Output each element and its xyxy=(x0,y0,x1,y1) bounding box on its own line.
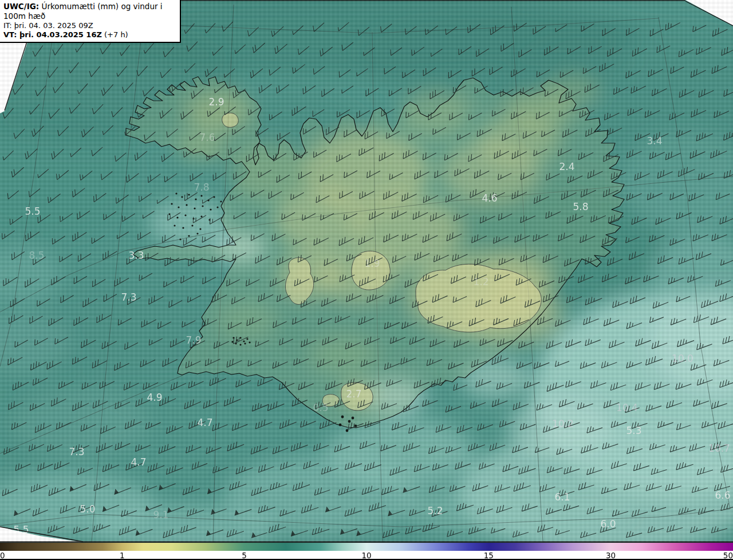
breidafjordur-speck xyxy=(191,224,193,226)
title-line-model: UWC/IG: Úrkomumætti (mm) og vindur i 100… xyxy=(3,2,176,21)
breidafjordur-speck xyxy=(179,238,181,240)
map-title-box: UWC/IG: Úrkomumætti (mm) og vindur i 100… xyxy=(0,0,181,43)
reykjavik-speck xyxy=(244,342,246,344)
precip-value-label: 6.6 xyxy=(715,490,730,501)
precip-value-label: 5.5 xyxy=(25,206,40,217)
precip-value-label: 2.9 xyxy=(208,96,224,108)
precip-value-label: 10.7 xyxy=(708,443,730,454)
breidafjordur-speck xyxy=(186,204,187,206)
reykjavik-speck xyxy=(239,337,241,338)
model-id: UWC/IG: xyxy=(3,2,39,11)
breidafjordur-speck xyxy=(182,227,184,228)
breidafjordur-speck xyxy=(196,232,198,234)
title-line-valid-time: VT: þri. 04.03.2025 16Z (+7 h) xyxy=(3,30,176,40)
reykjavik-speck xyxy=(246,338,248,340)
vestmannaeyjar-speck xyxy=(341,416,344,419)
title-line-init-time: IT: þri. 04. 03. 2025 09Z xyxy=(3,21,176,30)
vestmannaeyjar-speck xyxy=(339,424,342,427)
breidafjordur-speck xyxy=(200,215,202,217)
precip-value-label: 7.6 xyxy=(199,132,215,143)
precip-blob xyxy=(149,198,229,249)
breidafjordur-speck xyxy=(178,206,179,208)
glacier-outline xyxy=(352,251,390,290)
precip-value-label: 4.7 xyxy=(197,417,212,428)
colorbar-tick-labels: 01510153050 xyxy=(0,551,733,559)
breidafjordur-speck xyxy=(195,198,196,200)
precip-value-label: 3.3 xyxy=(128,250,144,261)
map-canvas: 2.97.67.83.42.44.65.85.58.53.31.91.27.37… xyxy=(0,0,733,542)
breidafjordur-speck xyxy=(210,208,211,210)
precip-value-label: 5.2 xyxy=(427,505,443,516)
forecast-map: 2.97.67.83.42.44.65.85.58.53.31.91.27.37… xyxy=(0,0,733,542)
reykjavik-speck xyxy=(243,340,245,342)
breidafjordur-speck xyxy=(171,203,172,204)
breidafjordur-speck xyxy=(168,213,170,215)
glacier-outline xyxy=(222,113,239,127)
vestmannaeyjar-speck xyxy=(352,417,354,420)
valid-time: VT: þri. 04.03.2025 16Z xyxy=(3,30,102,39)
precip-value-label: 3.4 xyxy=(647,135,662,147)
colorbar-gradient xyxy=(0,543,733,551)
precip-value-label: 5.0 xyxy=(80,503,95,515)
lead-time: (+7 h) xyxy=(102,30,128,39)
precip-value-label: 1.2 xyxy=(473,276,488,287)
breidafjordur-speck xyxy=(194,207,195,209)
precipitation-colorbar: 01510153050 xyxy=(0,542,733,560)
breidafjordur-speck xyxy=(174,224,175,226)
precip-value-label: 6.0 xyxy=(600,518,616,530)
precip-value-label: 9.1 xyxy=(153,509,168,520)
breidafjordur-speck xyxy=(188,235,190,236)
reykjavik-speck xyxy=(249,341,250,343)
breidafjordur-speck xyxy=(181,196,183,198)
precip-value-label: 4.7 xyxy=(131,456,146,468)
precip-value-label: 7.3 xyxy=(69,446,84,458)
precip-value-label: 10.4 xyxy=(616,402,638,413)
precip-value-label: 7.9 xyxy=(186,334,201,346)
breidafjordur-speck xyxy=(175,192,177,194)
breidafjordur-speck xyxy=(202,205,203,207)
precip-value-label: 7.8 xyxy=(194,182,209,193)
breidafjordur-speck xyxy=(220,200,222,202)
precip-value-label: 4.6 xyxy=(482,192,497,204)
precip-value-label: 2.7 xyxy=(346,388,361,400)
breidafjordur-speck xyxy=(216,206,218,208)
precip-value-label: 10.0 xyxy=(672,353,693,364)
weather-map-screen: 2.97.67.83.42.44.65.85.58.53.31.91.27.37… xyxy=(0,0,733,560)
breidafjordur-speck xyxy=(188,194,190,195)
precip-value-label: 0.5 xyxy=(313,402,328,413)
breidafjordur-speck xyxy=(199,228,201,230)
breidafjordur-speck xyxy=(184,214,186,216)
vestmannaeyjar-speck xyxy=(346,429,349,432)
reykjavik-speck xyxy=(239,344,241,345)
precip-value-label: 1.9 xyxy=(364,258,380,269)
precip-value-label: 5.3 xyxy=(626,425,641,436)
precip-value-label: 4.9 xyxy=(147,392,162,403)
precip-value-label: 8.5 xyxy=(29,250,44,261)
vestmannaeyjar-speck xyxy=(348,420,351,423)
breidafjordur-speck xyxy=(176,216,178,218)
precip-value-label: 2.4 xyxy=(559,161,574,172)
precip-value-label: 6.1 xyxy=(554,491,570,503)
breidafjordur-speck xyxy=(200,195,202,196)
precip-value-label: 5.8 xyxy=(573,201,588,212)
precip-value-label: 10.2 xyxy=(552,418,574,429)
precip-value-label: 7.3 xyxy=(121,291,136,303)
